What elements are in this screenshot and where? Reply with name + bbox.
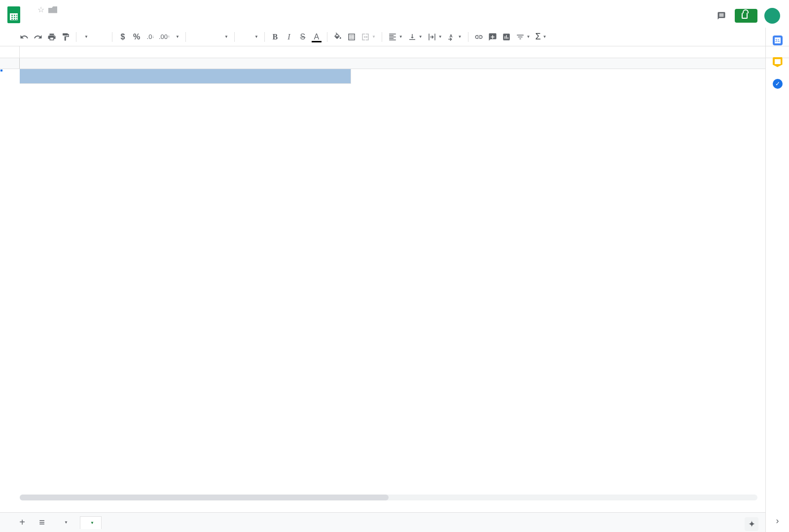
menu-data[interactable] — [67, 15, 74, 19]
share-button[interactable] — [735, 9, 757, 23]
scrollbar-thumb[interactable] — [20, 495, 389, 500]
menu-file[interactable] — [28, 15, 35, 19]
selection-fill-handle[interactable] — [0, 69, 3, 72]
paint-format-button[interactable] — [59, 31, 72, 43]
currency-button[interactable]: $ — [116, 31, 129, 43]
formula-bar — [0, 46, 789, 58]
redo-button[interactable] — [32, 31, 44, 43]
font-size-dropdown[interactable]: ▼ — [239, 35, 260, 39]
toolbar: ▼ $ % .0↓ .00↑ ▼ ▼ ▼ B I S A ▼ ▼ ▼ ▼ ▼ ▼… — [0, 28, 789, 46]
spreadsheet-grid — [0, 58, 765, 512]
menu-format[interactable] — [59, 15, 66, 19]
header: ☆ — [0, 0, 789, 28]
sheets-logo[interactable] — [4, 5, 24, 25]
menu-view[interactable] — [43, 15, 50, 19]
percent-button[interactable]: % — [130, 31, 143, 43]
borders-button[interactable] — [345, 31, 358, 43]
save-status[interactable] — [99, 15, 108, 19]
horizontal-scrollbar[interactable] — [20, 495, 757, 500]
account-avatar[interactable] — [764, 8, 780, 24]
filter-button[interactable]: ▼ — [514, 33, 533, 41]
document-title[interactable] — [28, 9, 34, 11]
tasks-addon-icon[interactable]: ✓ — [773, 79, 783, 89]
text-wrap-button[interactable]: ▼ — [426, 33, 444, 41]
formula-input[interactable] — [20, 46, 789, 58]
vertical-align-button[interactable]: ▼ — [406, 33, 425, 41]
sheets-icon — [7, 6, 20, 23]
horizontal-align-button[interactable]: ▼ — [386, 33, 405, 41]
explore-button[interactable]: ✦ — [745, 517, 758, 531]
menu-edit[interactable] — [36, 15, 42, 19]
side-panel: 31 ✓ › — [765, 28, 789, 532]
star-icon[interactable]: ☆ — [37, 5, 44, 14]
increase-decimal-button[interactable]: .00↑ — [158, 31, 171, 43]
text-rotation-button[interactable]: ▼ — [445, 33, 464, 41]
number-format-dropdown[interactable]: ▼ — [172, 35, 181, 39]
calendar-addon-icon[interactable]: 31 — [773, 35, 783, 45]
add-sheet-button[interactable]: + — [15, 515, 30, 530]
sheet-tabs-bar: + ≡ ▼ ▼ ✦ — [0, 512, 765, 532]
sheet-tab-1[interactable]: ▼ — [54, 516, 75, 529]
text-color-button[interactable]: A — [310, 31, 323, 43]
functions-button[interactable]: Σ▼ — [533, 32, 548, 42]
insert-comment-button[interactable] — [486, 31, 499, 43]
strikethrough-button[interactable]: S — [296, 31, 309, 43]
grid-body[interactable] — [0, 69, 765, 512]
zoom-dropdown[interactable]: ▼ — [80, 35, 108, 39]
selection-outline — [0, 69, 2, 71]
menu-help[interactable] — [91, 15, 98, 19]
collapse-side-panel-button[interactable]: › — [776, 516, 779, 526]
menubar — [28, 14, 108, 21]
undo-button[interactable] — [18, 31, 31, 43]
insert-link-button[interactable] — [472, 31, 485, 43]
menu-tools[interactable] — [75, 15, 82, 19]
insert-chart-button[interactable] — [500, 31, 513, 43]
keep-addon-icon[interactable] — [773, 57, 783, 67]
print-button[interactable] — [45, 31, 58, 43]
menu-addons[interactable] — [83, 15, 90, 19]
fill-color-button[interactable] — [331, 31, 344, 43]
menu-insert[interactable] — [51, 15, 58, 19]
decrease-decimal-button[interactable]: .0↓ — [144, 31, 157, 43]
italic-button[interactable]: I — [283, 31, 295, 43]
column-headers — [0, 58, 765, 69]
sheet-tab-2[interactable]: ▼ — [80, 516, 102, 529]
bold-button[interactable]: B — [269, 31, 282, 43]
comments-button[interactable] — [715, 9, 728, 22]
font-dropdown[interactable]: ▼ — [190, 35, 230, 39]
lock-icon — [742, 13, 748, 19]
select-all-corner[interactable] — [0, 58, 20, 69]
cell-week-title[interactable] — [20, 69, 351, 84]
move-folder-icon[interactable] — [48, 6, 57, 13]
all-sheets-button[interactable]: ≡ — [35, 515, 49, 530]
fx-icon — [0, 46, 20, 58]
merge-cells-button[interactable]: ▼ — [359, 33, 378, 41]
